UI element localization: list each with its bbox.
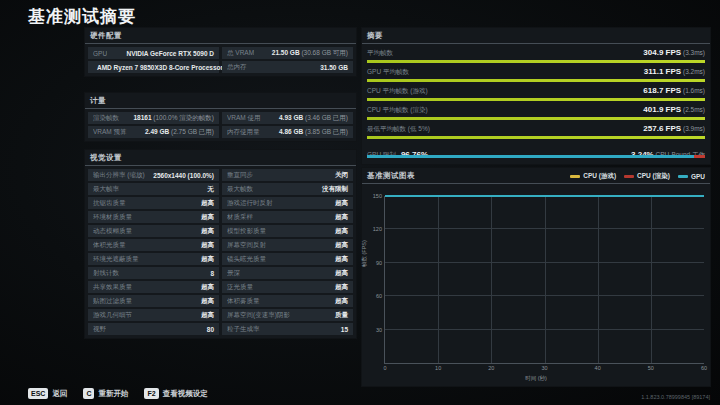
metric-label: VRAM 使用 — [227, 114, 261, 123]
gpu-bound-row: GPU 限制96.76%3.24% CPU-Bound 工作 — [367, 143, 705, 158]
metric-label: 内存使用量 — [227, 128, 260, 137]
metrics-header: 计量 — [85, 93, 356, 109]
visual-setting-cell: 模型投影质量超高 — [222, 225, 353, 237]
legend-item-label: CPU (游戏) — [583, 172, 616, 181]
visual-setting-value: 超高 — [335, 199, 348, 208]
hardware-cell: CPUAMD Ryzen 7 9850X3D 8-Core Processor — [88, 61, 219, 73]
series-line-gpu — [385, 195, 704, 197]
metrics-rows: 渲染帧数18161 (100.0% 渲染的帧数)VRAM 使用4.93 GB (… — [85, 109, 356, 141]
visual-setting-cell: 最大帧数没有限制 — [222, 183, 353, 195]
metric-cell: 渲染帧数18161 (100.0% 渲染的帧数) — [88, 112, 219, 124]
gpu-bound-bar-cpu — [694, 155, 705, 158]
visual-setting-value: 8 — [210, 270, 214, 277]
summary-row-label: 最低平均帧数 (低 5%) — [367, 125, 430, 134]
visual-setting-cell: 垂直同步关闭 — [222, 169, 353, 181]
visual-setting-cell: 镜头眩光质量超高 — [222, 253, 353, 265]
metric-cell: 内存使用量4.86 GB (3.85 GB 已用) — [222, 126, 353, 138]
y-tick-label: 150 — [373, 193, 382, 199]
summary-row-line: 最低平均帧数 (低 5%)257.6 FPS (3.9ms) — [367, 124, 705, 135]
visual-setting-cell: 视野80 — [88, 323, 219, 335]
metric-value: 4.93 GB (3.46 GB 已用) — [279, 114, 348, 123]
summary-row-value: 618.7 FPS (1.6ms) — [643, 86, 705, 95]
summary-row-bar — [367, 117, 705, 120]
visual-setting-label: 体积光质量 — [93, 241, 126, 250]
visual-setting-cell: 游戏几何细节超高 — [88, 309, 219, 321]
visual-setting-row: 抗锯齿质量超高游戏运行时反射超高 — [88, 197, 353, 209]
summary-row-bar-fill — [367, 79, 705, 82]
hardware-row: GPUNVIDIA GeForce RTX 5090 D总 VRAM21.50 … — [88, 47, 353, 59]
visual-setting-value: 2560x1440 (100.0%) — [153, 172, 214, 179]
hardware-value-detail: (30.68 GB 可用) — [300, 49, 348, 56]
visual-setting-label: 环境光遮蔽质量 — [93, 255, 139, 264]
visual-setting-value: 80 — [207, 326, 214, 333]
chart-legend: CPU (游戏)CPU (渲染)GPU — [570, 172, 705, 181]
chart-x-axis-label: 时间 (秒) — [362, 375, 710, 382]
visual-setting-row: 射线计数8景深超高 — [88, 267, 353, 279]
x-tick-label: 30 — [541, 365, 547, 371]
visual-setting-label: 贴图过滤质量 — [93, 297, 132, 306]
metric-value: 18161 (100.0% 渲染的帧数) — [133, 114, 214, 123]
visual-setting-value: 15 — [341, 326, 348, 333]
gpu-bound-left: GPU 限制96.76% — [367, 143, 428, 161]
summary-row: 最低平均帧数 (低 5%)257.6 FPS (3.9ms) — [367, 124, 705, 139]
hardware-row: CPUAMD Ryzen 7 9850X3D 8-Core Processor总… — [88, 61, 353, 73]
summary-row-line: CPU 平均帧数 (渲染)401.9 FPS (2.5ms) — [367, 105, 705, 116]
summary-row-frametime: (3.9ms) — [681, 125, 705, 132]
footer-key-hints: ESC返回C重新开始F2查看视频设定 — [28, 388, 208, 399]
visual-setting-value: 超高 — [335, 227, 348, 236]
visual-setting-value: 超高 — [201, 213, 214, 222]
visual-setting-label: 屏幕空间(变速率)阴影 — [227, 311, 290, 320]
visual-settings-panel: 视觉设置 输出分辨率 (缩放)2560x1440 (100.0%)垂直同步关闭最… — [85, 150, 356, 338]
visual-setting-label: 粒子生成率 — [227, 325, 260, 334]
summary-row-line: CPU 平均帧数 (游戏)618.7 FPS (1.6ms) — [367, 86, 705, 97]
key-hint-c[interactable]: C重新开始 — [83, 388, 128, 399]
visual-setting-value: 超高 — [201, 241, 214, 250]
legend-swatch-icon — [624, 175, 634, 178]
metric-value-detail: (100.0% 渲染的帧数) — [152, 114, 215, 121]
benchmark-chart-panel: 基准测试图表 CPU (游戏)CPU (渲染)GPU 帧数 (FPS) 3060… — [362, 168, 710, 386]
hardware-cell: 总 VRAM21.50 GB (30.68 GB 可用) — [222, 47, 353, 59]
summary-row-label: 平均帧数 — [367, 49, 393, 58]
summary-row-value: 401.9 FPS (2.5ms) — [643, 105, 705, 114]
summary-row-bar-fill — [367, 60, 705, 63]
hardware-cell: GPUNVIDIA GeForce RTX 5090 D — [88, 47, 219, 59]
hardware-label: GPU — [93, 50, 107, 57]
summary-row-bar-fill — [367, 136, 705, 139]
visual-setting-row: 最大帧率无最大帧数没有限制 — [88, 183, 353, 195]
x-tick-label: 40 — [595, 365, 601, 371]
visual-setting-row: 共享效果质量超高泛光质量超高 — [88, 281, 353, 293]
visual-setting-label: 共享效果质量 — [93, 283, 132, 292]
legend-item: CPU (渲染) — [624, 172, 670, 181]
benchmark-chart-title: 基准测试图表 — [367, 171, 415, 181]
summary-row-line: 平均帧数304.9 FPS (3.3ms) — [367, 48, 705, 59]
metric-label: 渲染帧数 — [93, 114, 119, 123]
key-hint-f2[interactable]: F2查看视频设定 — [144, 388, 207, 399]
summary-row-line: GPU 平均帧数311.1 FPS (3.2ms) — [367, 67, 705, 78]
visual-settings-header: 视觉设置 — [85, 150, 356, 166]
metric-label: VRAM 预算 — [93, 128, 127, 137]
visual-setting-cell: 体积雾质量超高 — [222, 295, 353, 307]
visual-setting-row: 动态模糊质量超高模型投影质量超高 — [88, 225, 353, 237]
metric-value-detail: (2.75 GB 已用) — [169, 128, 214, 135]
visual-setting-value: 质量 — [335, 311, 348, 320]
visual-setting-cell: 输出分辨率 (缩放)2560x1440 (100.0%) — [88, 169, 219, 181]
summary-row-bar — [367, 60, 705, 63]
hardware-value: AMD Ryzen 7 9850X3D 8-Core Processor — [97, 64, 223, 71]
gpu-bound-line: GPU 限制96.76%3.24% CPU-Bound 工作 — [367, 143, 705, 154]
visual-setting-row: 输出分辨率 (缩放)2560x1440 (100.0%)垂直同步关闭 — [88, 169, 353, 181]
visual-setting-cell: 抗锯齿质量超高 — [88, 197, 219, 209]
metric-row: 渲染帧数18161 (100.0% 渲染的帧数)VRAM 使用4.93 GB (… — [88, 112, 353, 124]
hardware-config-panel: 硬件配置 GPUNVIDIA GeForce RTX 5090 D总 VRAM2… — [85, 28, 356, 76]
visual-setting-label: 输出分辨率 (缩放) — [93, 171, 145, 180]
visual-setting-label: 体积雾质量 — [227, 297, 260, 306]
summary-row-value: 311.1 FPS (3.2ms) — [644, 67, 705, 76]
visual-setting-label: 视野 — [93, 325, 106, 334]
summary-row-label: CPU 平均帧数 (渲染) — [367, 106, 428, 115]
visual-setting-cell: 贴图过滤质量超高 — [88, 295, 219, 307]
summary-row-label: GPU 平均帧数 — [367, 68, 409, 77]
summary-row: GPU 平均帧数311.1 FPS (3.2ms) — [367, 67, 705, 82]
visual-setting-label: 射线计数 — [93, 269, 119, 278]
gridline-vertical — [651, 196, 652, 363]
key-hint-esc[interactable]: ESC返回 — [28, 388, 67, 399]
visual-setting-value: 超高 — [335, 269, 348, 278]
